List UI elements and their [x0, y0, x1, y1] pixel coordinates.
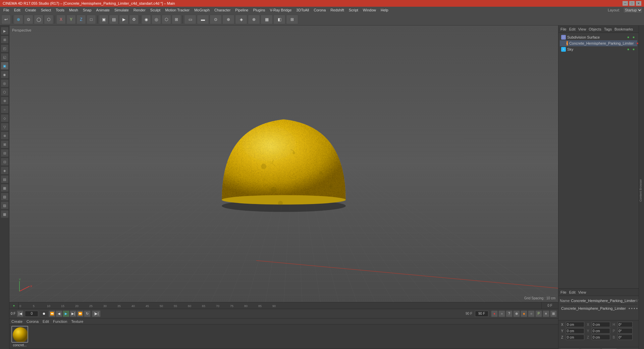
maximize-button[interactable]: □: [629, 1, 635, 6]
tool-move[interactable]: ▣: [1, 62, 9, 70]
obj-menu-view[interactable]: View: [578, 27, 586, 31]
coord-z-size[interactable]: [592, 335, 610, 340]
obj-menu-objects[interactable]: Objects: [589, 27, 601, 31]
coord-z-pos[interactable]: [566, 335, 584, 340]
grid-btn[interactable]: ▦: [261, 15, 273, 24]
enable-axis-button[interactable]: ⊞: [172, 15, 181, 24]
play-fwd-btn[interactable]: ⏩: [77, 310, 84, 317]
menu-plugins[interactable]: Plugins: [251, 7, 267, 13]
menu-select[interactable]: Select: [39, 7, 53, 13]
attr-menu-edit[interactable]: Edit: [569, 290, 576, 294]
menu-snap[interactable]: Snap: [81, 7, 94, 13]
motion-btn[interactable]: ⊕: [513, 310, 520, 317]
key-btn[interactable]: ○: [498, 310, 505, 317]
tangent-btn[interactable]: ■: [521, 310, 527, 317]
menu-corona[interactable]: Corona: [312, 7, 328, 13]
tool-scale[interactable]: ◉: [1, 70, 9, 79]
coord-x-size[interactable]: [592, 322, 610, 327]
record-toggle[interactable]: ●: [491, 310, 498, 317]
display-btn-1[interactable]: ⊙: [210, 15, 222, 24]
render-region-button[interactable]: ▣: [99, 15, 108, 24]
render-to-picture-button[interactable]: ▤: [109, 15, 118, 24]
obj-item-subdivision[interactable]: ⬡ Subdivision Surface ■ ■: [560, 34, 637, 40]
close-button[interactable]: ✕: [636, 1, 641, 6]
tool-box-select[interactable]: ◰: [1, 44, 9, 52]
tool-extra1[interactable]: ▦: [1, 184, 9, 192]
objects-button[interactable]: ◉: [142, 15, 151, 24]
frame-input[interactable]: [25, 311, 38, 317]
menu-create[interactable]: Create: [23, 7, 38, 13]
render-settings-button[interactable]: ⚙: [129, 15, 139, 24]
menu-vray[interactable]: V-Ray Bridge: [268, 7, 294, 13]
material-item[interactable]: concret...: [11, 326, 28, 347]
timeline-track[interactable]: 0 5 10 15 20 25 30 35 40 45 50 55 60 65 …: [19, 302, 541, 309]
tool-loop[interactable]: ▽: [1, 123, 9, 131]
menu-redshift[interactable]: Redshift: [328, 7, 346, 13]
scale-tool-button[interactable]: ⊙: [24, 15, 33, 24]
menu-help[interactable]: Help: [379, 7, 390, 13]
menu-window[interactable]: Window: [361, 7, 378, 13]
layout-selector[interactable]: Startup: [623, 7, 643, 13]
undo-button[interactable]: ↩: [1, 15, 11, 24]
pk-btn[interactable]: P: [535, 310, 542, 317]
obj-item-sky[interactable]: ☀ Sky ■ ■: [560, 46, 637, 52]
obj-menu-edit[interactable]: Edit: [569, 27, 576, 31]
obj-menu-bookmarks[interactable]: Bookmarks: [614, 27, 633, 31]
auto-key[interactable]: ?: [506, 310, 513, 317]
viewport[interactable]: View Cameras Display Render Objects Pane…: [9, 26, 558, 302]
y-axis-button[interactable]: Y: [66, 15, 76, 24]
background-button[interactable]: ▬: [197, 15, 209, 24]
end-frame-input[interactable]: [475, 311, 488, 317]
tool-select[interactable]: ⊞: [1, 36, 9, 44]
z-axis-button[interactable]: Z: [76, 15, 86, 24]
sky-vis-green2[interactable]: ■: [631, 47, 636, 52]
menu-tools[interactable]: Tools: [54, 7, 66, 13]
menu-edit[interactable]: Edit: [12, 7, 22, 13]
obj-item-hemisphere[interactable]: L Concrete_Hemisphere_Parking_Limiter ■ …: [560, 40, 637, 46]
tool-extra4[interactable]: ▩: [1, 210, 9, 218]
scene-btn[interactable]: ◧: [273, 15, 285, 24]
x-axis-button[interactable]: X: [56, 15, 66, 24]
prev-keyframe-btn[interactable]: |◀: [17, 310, 23, 317]
menu-script[interactable]: Script: [347, 7, 360, 13]
menu-simulate[interactable]: Simulate: [112, 7, 131, 13]
rotate-tool-button[interactable]: ◯: [34, 15, 43, 24]
menu-file[interactable]: File: [1, 7, 11, 13]
record-btn[interactable]: ⏺: [40, 310, 48, 317]
obj-menu-file[interactable]: File: [560, 27, 567, 31]
subdivision-vis-green[interactable]: ■: [626, 35, 631, 40]
curve-btn[interactable]: ○: [528, 310, 535, 317]
tool-rotate[interactable]: ◎: [1, 79, 9, 87]
loop-btn[interactable]: ↻: [84, 310, 91, 317]
menu-mograph[interactable]: MoGraph: [192, 7, 212, 13]
play-btn[interactable]: ▶: [63, 310, 69, 317]
attr-menu-file[interactable]: File: [560, 290, 567, 294]
step-back-btn[interactable]: ◀: [56, 310, 62, 317]
axis-lock-button[interactable]: □: [87, 15, 96, 24]
tool-extra2[interactable]: ▧: [1, 193, 9, 201]
menu-render[interactable]: Render: [131, 7, 148, 13]
tool-magnet[interactable]: ⊡: [1, 158, 9, 166]
coord-b-val[interactable]: [618, 335, 633, 340]
menu-3dtoall[interactable]: 3DToAll: [294, 7, 311, 13]
menu-pipeline[interactable]: Pipeline: [233, 7, 250, 13]
tool-pointer[interactable]: ▶: [1, 27, 9, 35]
mat-menu-texture[interactable]: Texture: [71, 319, 83, 323]
menu-motion-tracker[interactable]: Motion Tracker: [163, 7, 192, 13]
attr-vis-1[interactable]: ●: [629, 307, 630, 310]
floor-button[interactable]: ▭: [184, 15, 196, 24]
sky-vis-green[interactable]: ■: [626, 47, 631, 52]
tool-grid[interactable]: ▤: [1, 175, 9, 183]
attr-vis-4[interactable]: ●: [636, 307, 638, 310]
tool-point[interactable]: ○: [1, 105, 9, 113]
minimize-button[interactable]: ─: [623, 1, 628, 6]
tool-brush[interactable]: ◈: [1, 166, 9, 174]
viewport-btn[interactable]: ⊞: [286, 15, 298, 24]
tool-sculpt[interactable]: ⊠: [1, 140, 9, 148]
display-btn-2[interactable]: ⊕: [222, 15, 234, 24]
transform-button[interactable]: ⬡: [44, 15, 53, 24]
play-back-btn[interactable]: ⏪: [49, 310, 55, 317]
obj-menu-tags[interactable]: Tags: [604, 27, 612, 31]
timeline-ruler[interactable]: ● 0 5 10 15 20 25 30 35 40 45 50 55: [9, 302, 558, 309]
coord-p-val[interactable]: [618, 328, 633, 334]
